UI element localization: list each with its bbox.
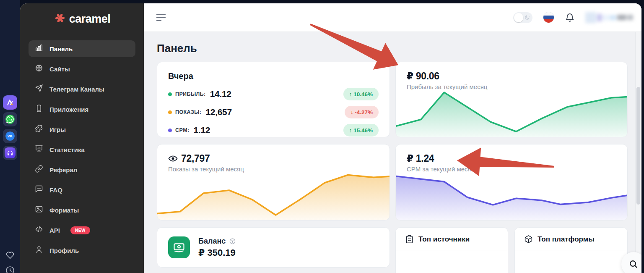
smartphone-icon [35,104,43,114]
code-icon [35,225,43,235]
sidebar-item-apps[interactable]: Приложения [29,101,135,118]
sidebar-item-telegram-channels[interactable]: Телеграм Каналы [29,81,135,97]
sidebar-menu: Панель Сайты Телеграм Каналы Приложения … [29,40,135,259]
sidebar-item-faq[interactable]: FAQ [29,181,135,198]
monthly-profit-value: ₽ 90.06 [407,71,627,82]
app-dock: VK [0,0,20,273]
favorites-heart-icon[interactable] [5,250,15,262]
monthly-cpm-card: ₽ 1.24 CPM за текущий месяц [395,144,628,220]
sidebar-item-label: Приложения [49,106,88,113]
sidebar-item-referral[interactable]: Реферал [29,161,135,178]
globe-icon [35,64,43,74]
profit-trend-badge: ↑ 10.46% [343,88,379,100]
banknote-icon [168,236,190,258]
cpm-row: CPM: 1.12 ↑ 15.46% [168,124,379,136]
send-icon [35,84,43,94]
bar-chart-icon [35,44,43,54]
top-platforms-title: Топ платформы [538,235,595,244]
dashboard-content: Панель Вчера ПРИБЫЛЬ: 14.12 ↑ 10.46% ПОК… [144,32,641,273]
pinwheel-logo-icon [54,12,66,26]
cpm-value: 1.12 [194,125,210,135]
vk-letters: VK [8,134,13,138]
profit-area-chart [395,89,628,137]
toggle-knob [514,13,523,22]
history-clock-icon[interactable] [5,265,15,273]
scrollbar-thumb[interactable] [636,87,640,205]
sidebar-item-label: Форматы [49,207,79,214]
notifications-bell-icon[interactable] [565,13,575,23]
sidebar-item-label: Телеграм Каналы [49,86,104,93]
sidebar-item-formats[interactable]: Форматы [29,202,135,218]
message-icon [35,185,43,195]
top-row: Топ источники Топ платформы [395,227,628,273]
sidebar-item-label: Профиль [49,247,79,254]
cpm-dot [168,129,172,132]
impressions-area-chart [157,171,390,220]
clipboard-icon [405,235,414,244]
top-sources-title: Топ источники [418,235,470,244]
avatar [585,12,596,23]
presentation-chart-icon [35,144,43,155]
yesterday-title: Вчера [168,71,379,81]
language-flag-ru[interactable] [543,12,554,23]
sidebar-item-label: Панель [49,45,73,52]
sidebar-item-statistics[interactable]: Статистика [29,141,135,158]
sidebar-item-profile[interactable]: Профиль [29,242,135,259]
sidebar-item-dashboard[interactable]: Панель [29,40,135,57]
balance-label: Баланс [198,237,226,246]
sidebar-item-label: Сайты [49,66,70,73]
balance-value: ₽ 350.19 [198,247,236,258]
monthly-impressions-card: 72,797 Показы за текущий месяц [157,144,390,220]
new-badge: NEW [70,226,90,234]
user-icon [35,245,43,255]
support-headphones-icon[interactable] [3,146,17,160]
menu-toggle-icon[interactable] [156,14,166,21]
page-title: Панель [157,42,633,55]
profit-label: ПРИБЫЛЬ: [175,91,206,97]
cpm-area-chart [395,170,628,220]
sidebar-item-games[interactable]: Игры [29,121,135,138]
brand-name: caramel [69,13,111,26]
impressions-dot [168,110,172,114]
whatsapp-icon[interactable] [3,112,17,126]
link-icon [35,165,43,175]
vk-icon[interactable]: VK [3,129,17,143]
app-window: caramel Панель Сайты Телеграм Каналы При… [20,3,641,273]
moon-icon [524,14,530,22]
sidebar-item-label: Статистика [49,146,85,153]
package-cube-icon [524,235,533,244]
sidebar-item-api[interactable]: API NEW [29,222,135,239]
puzzle-icon [35,124,43,134]
help-icon[interactable] [229,238,236,245]
brand-logo[interactable]: caramel [20,3,144,26]
image-icon [35,205,43,215]
search-icon [628,259,639,269]
impressions-row: ПОКАЗЫ: 12,657 ↓ -4.27% [168,106,379,118]
top-sources-card: Топ источники [395,227,508,273]
main-area: Панель Вчера ПРИБЫЛЬ: 14.12 ↑ 10.46% ПОК… [144,3,641,273]
topbar [144,3,641,32]
dark-mode-toggle[interactable] [513,12,532,23]
impressions-label: ПОКАЗЫ: [175,109,201,115]
profit-row: ПРИБЫЛЬ: 14.12 ↑ 10.46% [168,88,379,100]
sidebar: caramel Панель Сайты Телеграм Каналы При… [20,3,144,273]
sidebar-item-label: Реферал [49,166,77,173]
monthly-impressions-value: 72,797 [168,153,390,164]
sidebar-item-label: Игры [49,126,66,133]
yesterday-card: Вчера ПРИБЫЛЬ: 14.12 ↑ 10.46% ПОКАЗЫ: 12… [157,62,390,137]
sidebar-item-label: API [49,227,60,234]
cpm-trend-badge: ↑ 15.46% [343,124,379,136]
profit-value: 14.12 [210,89,231,99]
sidebar-item-label: FAQ [49,186,62,194]
balance-card: Баланс ₽ 350.19 [157,227,390,268]
eye-icon [168,154,178,163]
monthly-cpm-value: ₽ 1.24 [407,153,627,164]
impressions-value: 12,657 [205,107,231,117]
k-app-icon[interactable] [3,95,17,110]
top-platforms-card: Топ платформы [514,227,628,273]
profit-dot [168,92,172,96]
cpm-label: CPM: [175,127,190,133]
sidebar-item-sites[interactable]: Сайты [29,60,135,77]
user-account[interactable] [585,12,633,23]
scrollbar-track[interactable] [635,32,641,273]
